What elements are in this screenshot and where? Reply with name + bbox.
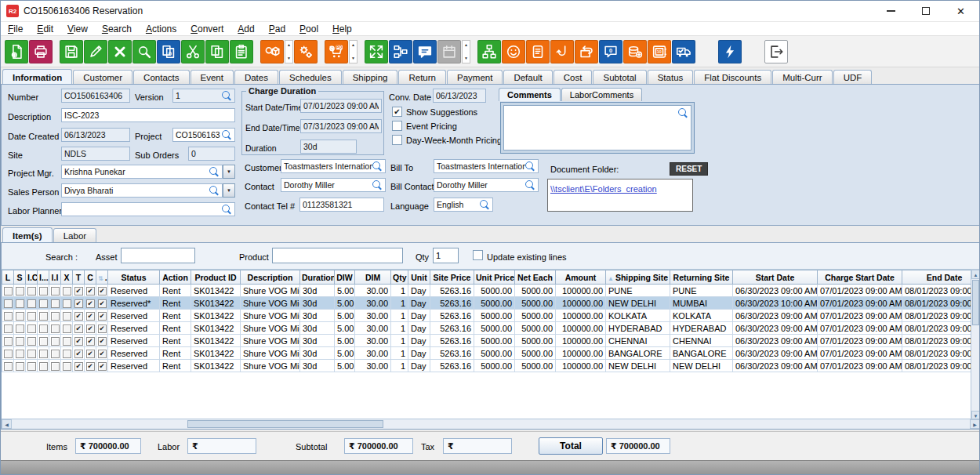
close-icon[interactable]: ✕ (956, 6, 965, 16)
table-row[interactable]: ReservedRentSK013422Shure VOG Mic30d5.00… (2, 347, 972, 360)
search-icon[interactable] (480, 200, 490, 210)
new-order-icon[interactable] (5, 40, 28, 63)
search-icon[interactable] (132, 40, 156, 63)
row-checkbox[interactable] (51, 325, 60, 333)
col-header-c[interactable]: C (85, 270, 96, 285)
description-field[interactable]: ISC-2023 (61, 108, 235, 122)
col-header-l[interactable]: L (2, 270, 14, 285)
col-header-site-price[interactable]: Site Price (430, 270, 474, 285)
row-checkbox[interactable] (86, 337, 95, 346)
col-header-[interactable]: ⇅. (96, 270, 108, 285)
row-checkbox[interactable] (74, 299, 83, 308)
row-checkbox[interactable] (98, 337, 107, 346)
row-checkbox[interactable] (98, 362, 107, 371)
row-checkbox[interactable] (39, 325, 48, 333)
search-icon[interactable] (372, 161, 383, 172)
project-mgr-dropdown[interactable]: ▼ (223, 165, 235, 179)
row-checkbox[interactable] (63, 325, 71, 333)
settings-gears-icon[interactable] (294, 40, 318, 63)
col-header-diw[interactable]: DIW (335, 270, 355, 285)
row-checkbox[interactable] (74, 325, 83, 333)
asset-input[interactable] (121, 248, 195, 263)
exit-icon[interactable] (764, 40, 788, 63)
row-checkbox[interactable] (63, 287, 71, 296)
calendar-dropdown-strip[interactable]: ▲▼ (462, 40, 470, 63)
row-checkbox[interactable] (4, 337, 13, 346)
row-checkbox[interactable] (27, 287, 36, 296)
copy-zero-icon[interactable]: 0 (157, 40, 180, 63)
row-checkbox[interactable] (63, 312, 71, 321)
row-checkbox[interactable] (39, 299, 48, 308)
col-header-unit-price[interactable]: Unit Price (474, 270, 515, 285)
row-checkbox[interactable] (4, 350, 13, 358)
show-suggestions-checkbox[interactable] (392, 107, 402, 117)
delete-icon[interactable] (108, 40, 132, 63)
reset-button[interactable]: RESET (670, 162, 708, 176)
tab-flat-discounts[interactable]: Flat Discounts (694, 70, 771, 84)
col-header-dim[interactable]: DIM (355, 270, 391, 285)
col-header-shipping-site[interactable]: ▲Shipping Site (606, 270, 670, 285)
tab-contacts[interactable]: Contacts (133, 70, 189, 84)
search-icon[interactable] (525, 161, 535, 172)
tab-customer[interactable]: Customer (73, 70, 132, 84)
print-icon[interactable] (29, 40, 53, 63)
customer-field[interactable]: Toastmasters Internation (281, 159, 386, 173)
qty-input[interactable]: 1 (433, 248, 459, 263)
edit-icon[interactable] (84, 40, 107, 63)
menu-view[interactable]: View (60, 24, 95, 34)
row-checkbox[interactable] (86, 287, 95, 296)
safe-icon[interactable]: 10 (648, 40, 671, 63)
event-pricing-checkbox[interactable] (392, 121, 402, 131)
row-checkbox[interactable] (27, 325, 36, 333)
message-icon[interactable] (413, 40, 437, 63)
search-icon[interactable] (372, 180, 383, 190)
project-field[interactable]: CO1506163 (172, 128, 235, 142)
horizontal-scroll-thumb[interactable] (187, 420, 383, 428)
menu-pad[interactable]: Pad (262, 24, 292, 34)
col-header-start-date[interactable]: Start Date (733, 270, 818, 285)
table-row[interactable]: ReservedRentSK013422Shure VOG Mic30d5.00… (2, 310, 972, 322)
scroll-right-icon[interactable]: ▶ (970, 419, 980, 429)
tab-multi-curr[interactable]: Multi-Curr (772, 70, 832, 84)
row-checkbox[interactable] (4, 325, 13, 333)
copy-icon[interactable] (205, 40, 229, 63)
expand-icon[interactable] (365, 40, 388, 63)
col-header-description[interactable]: Description (241, 270, 300, 285)
row-checkbox[interactable] (51, 287, 60, 296)
tab-subtotal[interactable]: Subtotal (593, 70, 646, 84)
comments-tab-laborcomments[interactable]: LaborComments (561, 88, 642, 101)
sales-person-dropdown[interactable]: ▼ (223, 183, 235, 198)
row-checkbox[interactable] (98, 312, 107, 321)
row-checkbox[interactable] (39, 312, 48, 321)
comment-zero-icon[interactable]: 0 (599, 40, 622, 63)
save-icon[interactable] (60, 40, 83, 63)
row-checkbox[interactable] (39, 287, 48, 296)
menu-actions[interactable]: Actions (139, 24, 183, 34)
row-checkbox[interactable] (27, 362, 36, 371)
contact-tel-field[interactable]: 01123581321 (299, 198, 384, 212)
search-icon[interactable] (209, 167, 220, 177)
row-checkbox[interactable] (51, 299, 60, 308)
col-header-qty[interactable]: Qty (391, 270, 408, 285)
smiley-icon[interactable] (502, 40, 525, 63)
row-checkbox[interactable] (63, 350, 71, 358)
menu-edit[interactable]: Edit (30, 24, 60, 34)
col-header-charge-start-date[interactable]: Charge Start Date (818, 270, 902, 285)
document-folder-link[interactable]: \\tsclient\E\Folders_creation (550, 184, 657, 194)
col-header-x[interactable]: X (61, 270, 73, 285)
items-tab-labor[interactable]: Labor (53, 228, 96, 242)
return-box-icon[interactable] (575, 40, 598, 63)
bill-contact-field[interactable]: Dorothy Miller (434, 178, 539, 192)
quick-action-bolt-icon[interactable] (718, 40, 742, 63)
row-checkbox[interactable] (51, 337, 60, 346)
row-checkbox[interactable] (86, 362, 95, 371)
product-search-icon[interactable] (260, 40, 284, 63)
paste-icon[interactable] (230, 40, 253, 63)
row-checkbox[interactable] (16, 337, 24, 346)
col-header-s[interactable]: S (14, 270, 26, 285)
row-checkbox[interactable] (39, 350, 48, 358)
search-icon[interactable] (222, 205, 232, 215)
table-row[interactable]: ReservedRentSK013422Shure VOG Mic30d5.00… (2, 335, 972, 347)
col-header-status[interactable]: Status (108, 270, 160, 285)
col-header-i-c[interactable]: I.C (26, 270, 38, 285)
